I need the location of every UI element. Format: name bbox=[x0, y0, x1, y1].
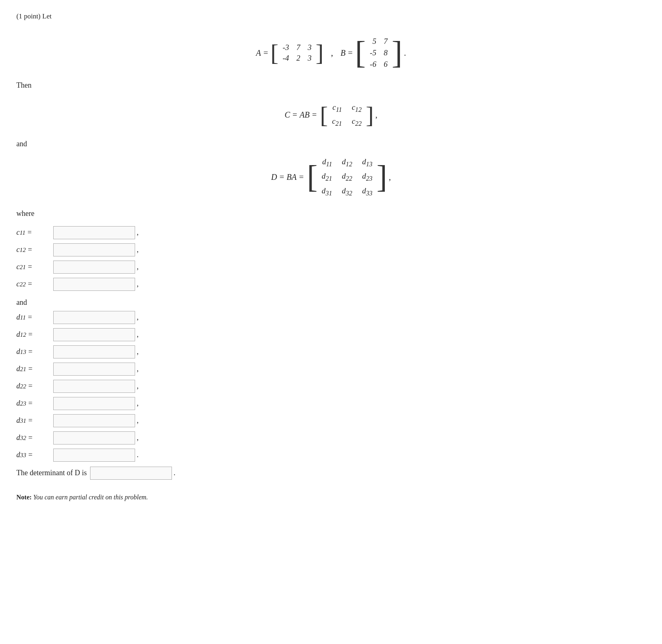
d33-input[interactable] bbox=[53, 449, 135, 462]
d32-sym: d32 bbox=[342, 186, 352, 197]
d22-sub: 22 bbox=[346, 175, 352, 182]
d22-sym: d22 bbox=[342, 172, 352, 182]
d13-sub-label: 13 bbox=[20, 349, 26, 356]
d13-row: d13 = , bbox=[16, 345, 646, 358]
d23-var: d bbox=[16, 399, 20, 408]
d23-sub: 23 bbox=[366, 175, 373, 182]
b31: -6 bbox=[370, 60, 376, 69]
c-eq1: = bbox=[293, 110, 297, 120]
c11-sym: c11 bbox=[332, 103, 342, 113]
det-period: . bbox=[174, 469, 176, 477]
d21-sub: 21 bbox=[325, 175, 332, 182]
c22-sub: 22 bbox=[355, 120, 362, 127]
c12-eq: = bbox=[27, 245, 32, 254]
c22-comma: , bbox=[137, 280, 139, 288]
d22-var: d bbox=[16, 382, 20, 390]
d12-sym: d12 bbox=[342, 157, 352, 168]
d21-var: d bbox=[16, 365, 20, 373]
d21-input[interactable] bbox=[53, 363, 135, 376]
d31-label: d31 = bbox=[16, 416, 53, 425]
d11-sub: 11 bbox=[326, 160, 332, 167]
note: Note: You can earn partial credit on thi… bbox=[16, 494, 646, 501]
a21: -4 bbox=[282, 54, 289, 63]
d31-eq: = bbox=[28, 416, 33, 425]
inputs-section: c11 = , c12 = , c21 = , bbox=[16, 226, 646, 484]
matrix-b-cells: 5 7 -5 8 -6 6 bbox=[366, 36, 391, 70]
c12-row: c12 = , bbox=[16, 243, 646, 256]
d11-input[interactable] bbox=[53, 311, 135, 324]
d23-input[interactable] bbox=[53, 397, 135, 410]
d32-eq: = bbox=[28, 433, 33, 442]
d32-input[interactable] bbox=[53, 431, 135, 444]
bracket-b-left: [ bbox=[355, 39, 366, 66]
d-comma: , bbox=[389, 172, 391, 182]
c21-var: c bbox=[16, 263, 20, 271]
d33-label: d33 = bbox=[16, 451, 53, 459]
b-label: B bbox=[341, 48, 346, 58]
d32-comma: , bbox=[137, 433, 139, 442]
matrices-ab-line: A = [ -3 7 3 -4 2 3 ] , B = [ 5 7 -5 8 -… bbox=[16, 36, 646, 70]
and-text-1: and bbox=[16, 140, 27, 148]
d12-sub-label: 12 bbox=[20, 331, 26, 338]
d33-row: d33 = . bbox=[16, 449, 646, 462]
d23-label: d23 = bbox=[16, 399, 53, 408]
a-label: A bbox=[256, 48, 261, 58]
d22-input[interactable] bbox=[53, 380, 135, 393]
d13-label: d13 = bbox=[16, 347, 53, 356]
d33-var: d bbox=[16, 451, 20, 459]
d-matrix-section: D = BA = [ d11 d12 d13 d21 d22 d23 d31 d… bbox=[16, 156, 646, 198]
d11-eq: = bbox=[27, 313, 32, 322]
d23-eq: = bbox=[28, 399, 33, 408]
where-text: where bbox=[16, 209, 34, 218]
bracket-d-left: [ bbox=[307, 163, 318, 190]
d31-sub: 31 bbox=[325, 190, 332, 197]
d23-sub-label: 23 bbox=[20, 400, 26, 407]
d13-eq: = bbox=[28, 347, 33, 356]
d12-var: d bbox=[16, 330, 20, 339]
d12-comma: , bbox=[137, 330, 139, 339]
d33-sym: d33 bbox=[362, 186, 372, 197]
d32-label: d32 = bbox=[16, 433, 53, 442]
d11-comma: , bbox=[137, 313, 139, 322]
c12-sub-label: 12 bbox=[20, 247, 26, 254]
d12-eq: = bbox=[28, 330, 33, 339]
b12: 7 bbox=[384, 37, 388, 46]
d22-sub-label: 22 bbox=[20, 383, 26, 390]
c21-input[interactable] bbox=[53, 261, 135, 274]
c22-input[interactable] bbox=[53, 278, 135, 291]
d-label: D bbox=[271, 172, 277, 182]
c21-sym: c21 bbox=[332, 117, 342, 127]
c11-var: c bbox=[16, 228, 20, 237]
a22: 2 bbox=[296, 54, 300, 63]
b21: -5 bbox=[370, 48, 376, 57]
c21-sub-label: 21 bbox=[20, 264, 26, 271]
det-label: The determinant of D is bbox=[16, 469, 87, 477]
d-eq2: = bbox=[299, 172, 303, 182]
d22-label: d22 = bbox=[16, 382, 53, 390]
b-eq: = bbox=[348, 48, 352, 58]
d31-input[interactable] bbox=[53, 414, 135, 427]
c21-row: c21 = , bbox=[16, 261, 646, 274]
d32-sub-label: 32 bbox=[20, 435, 26, 442]
ab-comma: , bbox=[331, 48, 333, 58]
matrix-b: [ 5 7 -5 8 -6 6 ] bbox=[355, 36, 402, 70]
c12-input[interactable] bbox=[53, 243, 135, 256]
d32-row: d32 = , bbox=[16, 431, 646, 444]
c12-sub: 12 bbox=[355, 106, 362, 113]
c22-eq: = bbox=[27, 280, 32, 288]
d31-comma: , bbox=[137, 416, 139, 425]
d33-eq: = bbox=[28, 451, 33, 459]
d13-input[interactable] bbox=[53, 345, 135, 358]
det-input[interactable] bbox=[90, 467, 172, 480]
and-text-2: and bbox=[16, 298, 646, 307]
note-text: You can earn partial credit on this prob… bbox=[33, 494, 148, 501]
d23-sym: d23 bbox=[362, 172, 372, 182]
d33-sub-label: 33 bbox=[20, 452, 26, 459]
c-label: C bbox=[285, 110, 290, 120]
d12-input[interactable] bbox=[53, 328, 135, 341]
d21-sym: d21 bbox=[322, 172, 332, 182]
a11: -3 bbox=[282, 43, 289, 52]
matrix-d-cells: d11 d12 d13 d21 d22 d23 d31 d32 d33 bbox=[318, 156, 377, 198]
c11-input[interactable] bbox=[53, 226, 135, 239]
d12-sub: 12 bbox=[346, 160, 352, 167]
